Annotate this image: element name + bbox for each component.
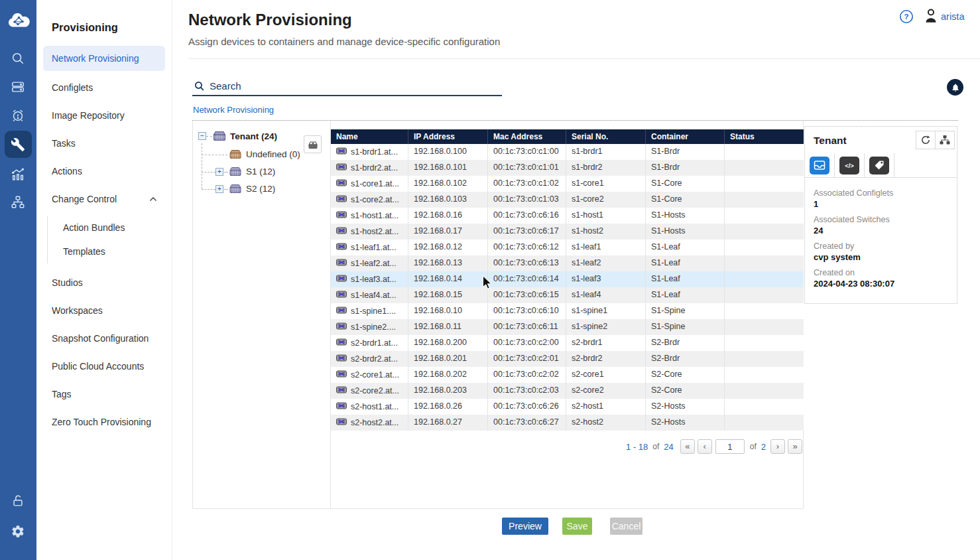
hierarchy-icon[interactable]: [935, 131, 955, 149]
tree-node-label[interactable]: S1 (12): [246, 167, 275, 176]
device-icon: [336, 145, 347, 160]
cell-name[interactable]: s1-brdr2.at...: [331, 160, 408, 176]
tree-node-label[interactable]: S2 (12): [246, 184, 275, 194]
sidebar-item-tags[interactable]: Tags: [36, 380, 172, 408]
sidebar-item-studios[interactable]: Studios: [36, 269, 172, 297]
table-row-s1-leaf1[interactable]: s1-leaf1.at...192.168.0.1200:1c:73:c0:c6…: [331, 240, 804, 255]
devices-icon[interactable]: [10, 79, 26, 95]
cell-name[interactable]: s2-host1.at...: [331, 399, 408, 415]
column-header-name[interactable]: Name: [331, 129, 408, 144]
table-row-s1-leaf2[interactable]: s1-leaf2.at...192.168.0.1300:1c:73:c0:c6…: [331, 255, 804, 271]
cell-name[interactable]: s2-core2.at...: [331, 383, 408, 399]
table-row-s1-host2[interactable]: s1-host2.at...192.168.0.1700:1c:73:c0:c6…: [331, 224, 804, 240]
notifications-bell-icon[interactable]: [947, 79, 963, 96]
cell-name[interactable]: s2-brdr2.at...: [331, 351, 408, 367]
sidebar-item-change-control[interactable]: Change Control: [36, 185, 172, 213]
table-row-s2-host1[interactable]: s2-host1.at...192.168.0.2600:1c:73:c0:c6…: [331, 399, 804, 415]
cell-serial: s2-host2: [566, 415, 646, 431]
sidebar-item-configlets[interactable]: Configlets: [36, 74, 172, 102]
table-row-s1-host1[interactable]: s1-host1.at...192.168.0.1600:1c:73:c0:c6…: [331, 208, 804, 224]
table-row-s2-core2[interactable]: s2-core2.at...192.168.0.20300:1c:73:c0:c…: [331, 383, 804, 399]
table-row-s2-core1[interactable]: s2-core1.at...192.168.0.20200:1c:73:c0:c…: [331, 367, 804, 383]
table-row-s1-leaf3[interactable]: s1-leaf3.at...192.168.0.1400:1c:73:c0:c6…: [331, 271, 804, 287]
topology-icon[interactable]: [10, 194, 26, 210]
metrics-icon[interactable]: [10, 167, 26, 182]
cell-name[interactable]: s1-leaf4.at...: [331, 287, 408, 303]
lock-icon[interactable]: [10, 493, 26, 509]
help-icon[interactable]: ?: [899, 9, 914, 24]
sidebar-item-tasks[interactable]: Tasks: [36, 129, 172, 157]
tab-container[interactable]: [805, 153, 835, 177]
pagination-next-button[interactable]: ›: [770, 439, 785, 454]
provisioning-icon[interactable]: [10, 137, 26, 153]
column-header-ip-address[interactable]: IP Address: [408, 129, 488, 144]
cell-name[interactable]: s1-leaf3.at...: [331, 271, 408, 287]
column-header-serial-no[interactable]: Serial No.: [566, 129, 646, 144]
tab-labels[interactable]: [865, 153, 894, 177]
sidebar-item-templates[interactable]: Templates: [48, 240, 172, 263]
save-button[interactable]: Save: [562, 518, 592, 535]
table-row-s2-host2[interactable]: s2-host2.at...192.168.0.2700:1c:73:c0:c6…: [331, 415, 804, 431]
sidebar-item-network-provisioning[interactable]: Network Provisioning: [43, 46, 165, 71]
cell-name[interactable]: s1-brdr1.at...: [331, 144, 408, 160]
cell-name[interactable]: s1-spine1....: [331, 303, 408, 319]
tree-expand-toggle[interactable]: +: [215, 185, 223, 193]
sidebar-item-action-bundles[interactable]: Action Bundles: [48, 216, 172, 240]
column-header-container[interactable]: Container: [646, 129, 725, 144]
cloudvision-logo-icon[interactable]: [5, 11, 32, 31]
events-icon[interactable]: [10, 107, 26, 123]
tab-configlets[interactable]: </>: [835, 153, 865, 177]
search-input[interactable]: [210, 77, 488, 94]
pagination-page-input[interactable]: [715, 439, 745, 454]
tree-node-tenant[interactable]: Tenant (24): [230, 131, 277, 141]
table-row-s2-brdr1[interactable]: s2-brdr1.at...192.168.0.20000:1c:73:c0:c…: [331, 335, 804, 351]
table-row-s1-brdr2[interactable]: s1-brdr2.at...192.168.0.10100:1c:73:c0:c…: [331, 160, 804, 176]
tree-collapse-toggle[interactable]: −: [198, 132, 206, 140]
tree-node-label[interactable]: Undefined (0): [246, 149, 300, 159]
user-name[interactable]: arista: [941, 11, 964, 22]
add-container-button[interactable]: [304, 135, 322, 153]
table-row-s1-spine1[interactable]: s1-spine1....192.168.0.1000:1c:73:c0:c6:…: [331, 303, 804, 319]
column-header-status[interactable]: Status: [725, 129, 804, 144]
cell-name[interactable]: s1-spine2....: [331, 319, 408, 335]
cell-name[interactable]: s1-core1.at...: [331, 176, 408, 192]
search-icon[interactable]: [10, 50, 26, 66]
cell-mac: 00:1c:73:c0:c6:14: [488, 271, 566, 287]
cell-name[interactable]: s1-core2.at...: [331, 192, 408, 208]
sidebar-item-snapshot-configuration[interactable]: Snapshot Configuration: [36, 324, 172, 352]
column-header-mac-address[interactable]: Mac Address: [488, 129, 566, 144]
cancel-button[interactable]: Cancel: [610, 518, 643, 535]
sidebar-item-actions[interactable]: Actions: [36, 157, 172, 185]
cell-ip: 192.168.0.103: [408, 192, 488, 208]
tree-expand-toggle[interactable]: +: [215, 168, 223, 176]
cell-ip: 192.168.0.200: [408, 335, 488, 351]
cell-name[interactable]: s2-brdr1.at...: [331, 335, 408, 351]
pagination-last-button[interactable]: »: [788, 439, 802, 454]
sidebar-item-zero-touch-provisioning[interactable]: Zero Touch Provisioning: [36, 408, 172, 436]
sidebar-item-workspaces[interactable]: Workspaces: [36, 297, 172, 324]
table-row-s1-leaf4[interactable]: s1-leaf4.at...192.168.0.1500:1c:73:c0:c6…: [331, 287, 804, 303]
cell-name[interactable]: s1-leaf2.at...: [331, 255, 408, 271]
cell-name[interactable]: s1-leaf1.at...: [331, 240, 408, 255]
cell-name[interactable]: s2-host2.at...: [331, 415, 408, 431]
settings-gear-icon[interactable]: [10, 524, 26, 539]
tab-spacer: [894, 153, 957, 177]
table-row-s1-core1[interactable]: s1-core1.at...192.168.0.10200:1c:73:c0:c…: [331, 176, 804, 192]
sidebar-item-image-repository[interactable]: Image Repository: [36, 102, 172, 129]
cell-name[interactable]: s2-core1.at...: [331, 367, 408, 383]
sidebar-item-public-cloud-accounts[interactable]: Public Cloud Accounts: [36, 352, 172, 380]
preview-button[interactable]: Preview: [502, 518, 548, 535]
user-icon[interactable]: [924, 8, 938, 24]
table-row-s2-brdr2[interactable]: s2-brdr2.at...192.168.0.20100:1c:73:c0:c…: [331, 351, 804, 367]
pagination-first-button[interactable]: «: [680, 439, 695, 454]
tree-guide-line: [202, 189, 215, 190]
table-row-s1-brdr1[interactable]: s1-brdr1.at...192.168.0.10000:1c:73:c0:c…: [331, 144, 804, 160]
cell-name[interactable]: s1-host1.at...: [331, 208, 408, 224]
table-row-s1-core2[interactable]: s1-core2.at...192.168.0.10300:1c:73:c0:c…: [331, 192, 804, 208]
device-icon: [336, 288, 347, 303]
table-row-s1-spine2[interactable]: s1-spine2....192.168.0.1100:1c:73:c0:c6:…: [331, 319, 804, 335]
pagination-prev-button[interactable]: ‹: [698, 439, 712, 454]
cell-name[interactable]: s1-host2.at...: [331, 224, 408, 240]
breadcrumb[interactable]: Network Provisioning: [193, 105, 274, 115]
refresh-icon[interactable]: [916, 131, 936, 149]
